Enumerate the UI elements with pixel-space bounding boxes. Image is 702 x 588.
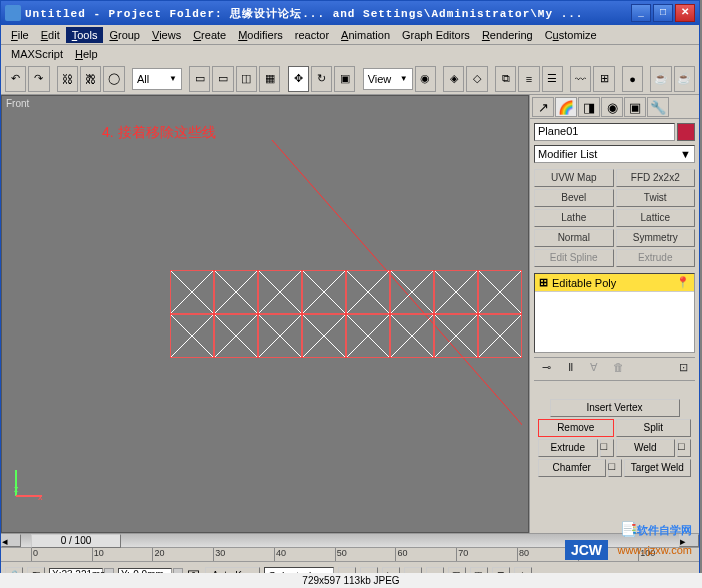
curve-editor-button[interactable]: 〰: [570, 66, 591, 92]
watermark-text: 📑软件自学网: [620, 521, 692, 538]
maximize-button[interactable]: □: [653, 4, 673, 22]
titlebar: Untitled - Project Folder: 思缘设计论坛... and…: [1, 1, 699, 25]
axis-gizmo: zx: [10, 462, 50, 502]
menubar-row2: MAXScript Help: [1, 45, 699, 63]
ref-coord-dropdown[interactable]: View▼: [363, 68, 413, 90]
motion-tab[interactable]: ◉: [601, 97, 623, 117]
quick-render-button[interactable]: ☕: [674, 66, 695, 92]
mirror-button[interactable]: ⧉: [495, 66, 516, 92]
utilities-tab[interactable]: 🔧: [647, 97, 669, 117]
command-panel: ↗ 🌈 ◨ ◉ ▣ 🔧 Plane01 Modifier List▼ UVW M…: [529, 95, 699, 533]
mod-twist[interactable]: Twist: [616, 189, 696, 207]
menu-edit[interactable]: Edit: [35, 27, 66, 43]
main-toolbar: ↶ ↷ ⛓ ⛓̸ ◯ All▼ ▭ ▭ ◫ ▦ ✥ ↻ ▣ View▼ ◉ ◈ …: [1, 63, 699, 95]
menu-create[interactable]: Create: [187, 27, 232, 43]
create-tab[interactable]: ↗: [532, 97, 554, 117]
menu-reactor[interactable]: reactor: [289, 27, 335, 43]
mod-lathe[interactable]: Lathe: [534, 209, 614, 227]
snap-button[interactable]: ◈: [443, 66, 464, 92]
image-info: 729x597 113kb JPEG: [0, 573, 702, 588]
redo-button[interactable]: ↷: [28, 66, 49, 92]
window-crossing-button[interactable]: ▦: [259, 66, 280, 92]
modifier-list-dropdown[interactable]: Modifier List▼: [534, 145, 695, 163]
window-title: Untitled - Project Folder: 思缘设计论坛... and…: [25, 6, 631, 21]
stack-item-label: Editable Poly: [552, 277, 616, 289]
jcw-logo: JCW: [565, 540, 608, 560]
pivot-button[interactable]: ◉: [415, 66, 436, 92]
render-scene-button[interactable]: ☕: [650, 66, 671, 92]
move-button[interactable]: ✥: [288, 66, 309, 92]
menu-views[interactable]: Views: [146, 27, 187, 43]
configure-icon[interactable]: ⊡: [675, 361, 691, 377]
menu-customize[interactable]: Customize: [539, 27, 603, 43]
timeline-handle[interactable]: 0 / 100: [31, 534, 121, 548]
weld-button[interactable]: Weld: [616, 439, 676, 457]
menu-grapheditors[interactable]: Graph Editors: [396, 27, 476, 43]
menu-file[interactable]: File: [5, 27, 35, 43]
select-region-button[interactable]: ◫: [236, 66, 257, 92]
target-weld-button[interactable]: Target Weld: [624, 459, 692, 477]
menubar: File Edit Tools Group Views Create Modif…: [1, 25, 699, 45]
angle-snap-button[interactable]: ◇: [466, 66, 487, 92]
link-button[interactable]: ⛓: [57, 66, 78, 92]
close-button[interactable]: ✕: [675, 4, 695, 22]
object-color-swatch[interactable]: [677, 123, 695, 141]
mod-ffd[interactable]: FFD 2x2x2: [616, 169, 696, 187]
object-name-field[interactable]: Plane01: [534, 123, 675, 141]
annotation-text: 4. 接着移除这些线: [102, 124, 216, 142]
app-icon: [5, 5, 21, 21]
make-unique-icon[interactable]: ∀: [586, 361, 602, 377]
timeline-left-button[interactable]: ◂: [1, 534, 21, 547]
selection-filter-dropdown[interactable]: All▼: [132, 68, 182, 90]
display-tab[interactable]: ▣: [624, 97, 646, 117]
mod-lattice[interactable]: Lattice: [616, 209, 696, 227]
remove-mod-icon[interactable]: 🗑: [610, 361, 626, 377]
mod-uvwmap[interactable]: UVW Map: [534, 169, 614, 187]
stack-editable-poly[interactable]: ⊞ Editable Poly 📍: [535, 274, 694, 292]
schematic-button[interactable]: ⊞: [593, 66, 614, 92]
mod-extrude[interactable]: Extrude: [616, 249, 696, 267]
mod-editspline[interactable]: Edit Spline: [534, 249, 614, 267]
menu-help[interactable]: Help: [69, 46, 104, 62]
menu-maxscript[interactable]: MAXScript: [5, 46, 69, 62]
viewport-label: Front: [6, 98, 29, 109]
select-name-button[interactable]: ▭: [212, 66, 233, 92]
material-button[interactable]: ●: [622, 66, 643, 92]
mod-symmetry[interactable]: Symmetry: [616, 229, 696, 247]
minimize-button[interactable]: _: [631, 4, 651, 22]
extrude-button[interactable]: Extrude: [538, 439, 598, 457]
modify-tab[interactable]: 🌈: [555, 97, 577, 117]
viewport-front[interactable]: Front 4. 接着移除这些线: [1, 95, 529, 533]
watermark-url: www.rjzxw.com: [617, 544, 692, 556]
menu-animation[interactable]: Animation: [335, 27, 396, 43]
expand-icon[interactable]: ⊞: [539, 276, 548, 289]
hierarchy-tab[interactable]: ◨: [578, 97, 600, 117]
rotate-button[interactable]: ↻: [311, 66, 332, 92]
bind-button[interactable]: ◯: [103, 66, 124, 92]
menu-group[interactable]: Group: [103, 27, 146, 43]
scale-button[interactable]: ▣: [334, 66, 355, 92]
pin-icon[interactable]: 📍: [676, 276, 690, 289]
chamfer-settings-button[interactable]: □: [608, 459, 622, 477]
insert-vertex-button[interactable]: Insert Vertex: [550, 399, 680, 417]
extrude-settings-button[interactable]: □: [600, 439, 614, 457]
mod-bevel[interactable]: Bevel: [534, 189, 614, 207]
show-end-icon[interactable]: Ⅱ: [562, 361, 578, 377]
split-button[interactable]: Split: [616, 419, 692, 437]
align-button[interactable]: ≡: [518, 66, 539, 92]
remove-button[interactable]: Remove: [538, 419, 614, 437]
menu-tools[interactable]: Tools: [66, 27, 104, 43]
pin-stack-icon[interactable]: ⊸: [538, 361, 554, 377]
weld-settings-button[interactable]: □: [677, 439, 691, 457]
unlink-button[interactable]: ⛓̸: [80, 66, 101, 92]
menu-modifiers[interactable]: Modifiers: [232, 27, 289, 43]
chamfer-button[interactable]: Chamfer: [538, 459, 606, 477]
plane-mesh[interactable]: [170, 270, 522, 358]
select-button[interactable]: ▭: [189, 66, 210, 92]
layers-button[interactable]: ☰: [542, 66, 563, 92]
menu-rendering[interactable]: Rendering: [476, 27, 539, 43]
undo-button[interactable]: ↶: [5, 66, 26, 92]
mod-normal[interactable]: Normal: [534, 229, 614, 247]
modifier-stack[interactable]: ⊞ Editable Poly 📍: [534, 273, 695, 353]
